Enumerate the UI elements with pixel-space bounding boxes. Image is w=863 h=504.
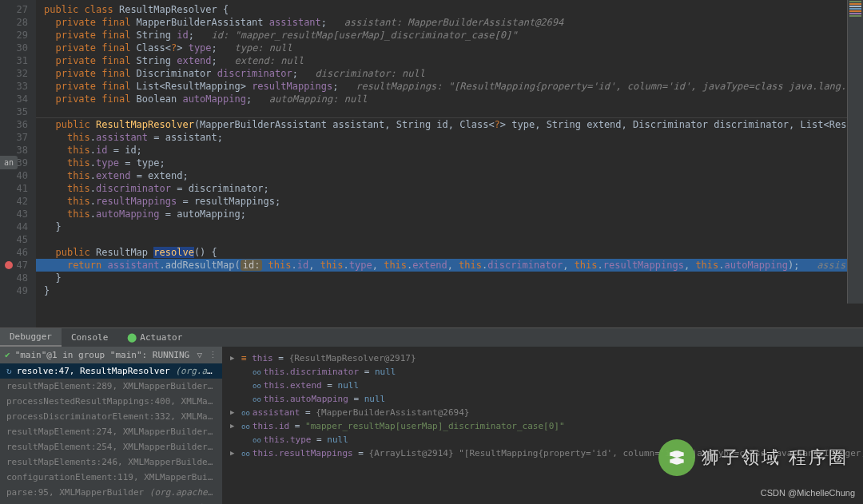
- code-line[interactable]: private final Discriminator discriminato…: [36, 67, 863, 80]
- stack-frame[interactable]: configurationElement:119, XMLMapperBuild…: [0, 470, 222, 485]
- code-line[interactable]: private final List<ResultMapping> result…: [36, 80, 863, 93]
- code-line[interactable]: this.assistant = assistant;: [36, 131, 863, 144]
- code-line[interactable]: private final String id; id: "mapper_res…: [36, 29, 863, 42]
- frames-header: ✔ "main"@1 in group "main": RUNNING ▽ ⋮: [0, 347, 222, 363]
- check-icon: ✔: [5, 350, 10, 360]
- code-line[interactable]: }: [36, 272, 863, 284]
- code-line[interactable]: this.resultMappings = resultMappings;: [36, 195, 863, 208]
- stack-frame[interactable]: resultMapElement:274, XMLMapperBuilder (…: [0, 424, 222, 439]
- code-line[interactable]: public ResultMapResolver(MapperBuilderAs…: [36, 118, 863, 131]
- more-icon[interactable]: ⋮: [209, 350, 217, 360]
- stack-frame[interactable]: mapperElement:380, XMLConfigBuilder (org…: [0, 500, 222, 504]
- stack-frame[interactable]: resultMapElement:254, XMLMapperBuilder (…: [0, 439, 222, 454]
- variable-row[interactable]: oothis.type = null: [230, 433, 855, 446]
- variables-panel[interactable]: ▶≡ this = {ResultMapResolver@2917}oothis…: [222, 347, 863, 504]
- debug-toolwindow-tabs: Debugger Console ⬤Actuator: [0, 327, 863, 347]
- code-line[interactable]: this.type = type;: [36, 157, 863, 169]
- stack-frame[interactable]: processNestedResultMappings:400, XMLMapp…: [0, 394, 222, 409]
- code-line[interactable]: public class ResultMapResolver {: [36, 3, 863, 16]
- code-line[interactable]: this.extend = extend;: [36, 169, 863, 182]
- variable-row[interactable]: ▶ooassistant = {MapperBuilderAssistant@2…: [230, 406, 855, 419]
- code-line[interactable]: return assistant.addResultMap(id: this.i…: [36, 259, 863, 272]
- code-line[interactable]: this.id = id;: [36, 144, 863, 157]
- tab-actuator[interactable]: ⬤Actuator: [117, 329, 192, 346]
- minimap[interactable]: [847, 0, 863, 304]
- code-line[interactable]: [36, 233, 863, 246]
- tab-console[interactable]: Console: [62, 329, 117, 346]
- frame-reload-icon: ↻: [6, 366, 12, 376]
- stack-frame[interactable]: resultMapElement:289, XMLMapperBuilder (…: [0, 379, 222, 394]
- thread-title[interactable]: "main"@1 in group "main": RUNNING: [15, 350, 191, 360]
- variable-row[interactable]: oothis.extend = null: [230, 379, 855, 392]
- code-line[interactable]: public ResultMap resolve() {: [36, 246, 863, 259]
- code-line[interactable]: this.autoMapping = autoMapping;: [36, 208, 863, 220]
- stack-frame[interactable]: ↻resolve:47, ResultMapResolver (org.apac…: [0, 363, 222, 379]
- frames-panel[interactable]: ✔ "main"@1 in group "main": RUNNING ▽ ⋮ …: [0, 347, 222, 504]
- code-editor[interactable]: 2728293031323334353637383940414243444546…: [0, 0, 863, 327]
- variable-row[interactable]: ▶≡ this = {ResultMapResolver@2917}: [230, 351, 855, 365]
- code-area[interactable]: public class ResultMapResolver { private…: [36, 0, 863, 327]
- code-line[interactable]: private final Boolean autoMapping; autoM…: [36, 93, 863, 105]
- variable-row[interactable]: oothis.autoMapping = null: [230, 392, 855, 406]
- stack-frame[interactable]: resultMapElements:246, XMLMapperBuilder …: [0, 454, 222, 470]
- code-line[interactable]: }: [36, 284, 863, 297]
- stack-frame[interactable]: parse:95, XMLMapperBuilder (org.apache.i…: [0, 485, 222, 500]
- debugger-panel: ✔ "main"@1 in group "main": RUNNING ▽ ⋮ …: [0, 347, 863, 504]
- tab-debugger[interactable]: Debugger: [0, 328, 62, 347]
- filter-icon[interactable]: ▽: [197, 350, 202, 360]
- variable-row[interactable]: ▶oothis.resultMappings = {ArrayList@2914…: [230, 446, 855, 460]
- side-panel-label: an: [0, 156, 18, 169]
- code-line[interactable]: this.discriminator = discriminator;: [36, 182, 863, 195]
- stack-frame[interactable]: processDiscriminatorElement:332, XMLMapp…: [0, 409, 222, 424]
- code-line[interactable]: }: [36, 220, 863, 233]
- status-dot-icon: ⬤: [127, 332, 137, 343]
- code-line[interactable]: [36, 105, 863, 118]
- code-line[interactable]: private final Class<?> type; type: null: [36, 42, 863, 54]
- code-line[interactable]: private final String extend; extend: nul…: [36, 54, 863, 67]
- variable-row[interactable]: oothis.discriminator = null: [230, 365, 855, 379]
- variable-row[interactable]: ▶oothis.id = "mapper_resultMap[userMap]_…: [230, 419, 855, 433]
- code-line[interactable]: private final MapperBuilderAssistant ass…: [36, 16, 863, 29]
- credit-text: CSDN @MichelleChung: [761, 488, 855, 498]
